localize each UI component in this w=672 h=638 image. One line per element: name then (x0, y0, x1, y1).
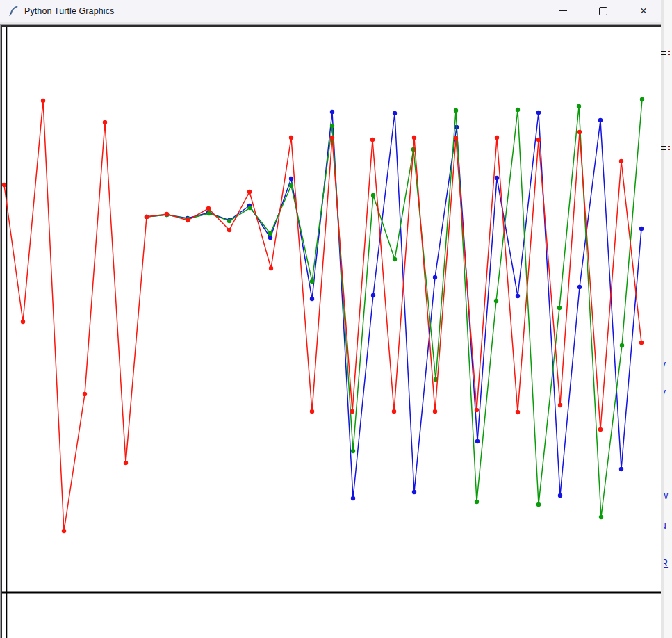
series-blue-dot (371, 293, 375, 297)
series-green-dot (289, 183, 293, 188)
chaos-plot (2, 27, 661, 638)
series-red-dot (558, 403, 562, 407)
turtle-graphics-window: Python Turtle Graphics × (0, 0, 661, 638)
series-green-dot (454, 108, 458, 113)
series-green-dot (268, 231, 272, 236)
series-red-dot (495, 136, 499, 140)
clipped-text-fragment: u (664, 520, 672, 532)
series-green-dot (557, 306, 562, 310)
series-red-dot (598, 427, 603, 432)
series-red-dot (41, 99, 45, 103)
series-red-dot (145, 215, 149, 219)
series-red-line (4, 101, 641, 531)
close-button[interactable]: × (628, 0, 659, 22)
series-green-dot (207, 211, 211, 215)
series-green-dot (536, 502, 541, 507)
series-red-dot (536, 138, 541, 142)
clipped-text-fragment: y (664, 386, 672, 399)
series-red-dot (577, 130, 582, 134)
series-blue-dot (536, 111, 541, 115)
series-red-dot (165, 212, 169, 216)
series-green-dot (620, 343, 624, 347)
series-red-dot (516, 410, 520, 414)
series-red-dot (619, 159, 623, 163)
minimize-button[interactable] (547, 0, 579, 22)
series-red-dot (412, 136, 416, 140)
series-red-dot (83, 392, 87, 396)
series-red-dot (639, 341, 644, 345)
series-red-dot (310, 409, 314, 414)
series-green-dot (577, 104, 581, 108)
series-blue-dot (598, 118, 603, 122)
series-red-dot (269, 266, 273, 270)
series-red-dot (475, 408, 479, 412)
series-red-dot (330, 136, 334, 140)
series-red-dot (227, 228, 231, 232)
series-red-dot (186, 218, 190, 222)
maximize-icon (599, 7, 607, 15)
series-green-dot (494, 299, 498, 303)
occluded-window-sliver: vywuR (661, 0, 672, 638)
series-red-dot (370, 138, 375, 142)
series-red-dot (454, 136, 458, 140)
series-green-dot (310, 279, 314, 284)
series-green-dot (330, 124, 334, 128)
series-green-dot (475, 500, 479, 504)
series-blue-dot (577, 285, 582, 289)
series-red-dot (21, 320, 25, 324)
series-green-dot (227, 219, 231, 223)
close-icon: × (640, 5, 647, 17)
series-green-dot (516, 108, 520, 112)
minimize-icon (559, 10, 567, 12)
series-red-dot (62, 529, 66, 533)
series-blue-dot (516, 294, 520, 298)
series-green-dot (640, 97, 644, 101)
series-green-dot (248, 206, 252, 210)
series-blue-dot (639, 227, 644, 231)
series-blue-dot (310, 297, 314, 301)
clipped-text-fragment: R (664, 557, 672, 570)
turtle-canvas[interactable] (1, 25, 662, 638)
python-feather-icon (8, 6, 19, 17)
series-blue-dot (412, 490, 416, 494)
series-red-dot (433, 409, 437, 414)
series-blue-dot (619, 467, 623, 471)
series-green-dot (599, 515, 603, 519)
series-red-dot (289, 136, 293, 140)
series-green-dot (351, 449, 355, 453)
titlebar[interactable]: Python Turtle Graphics × (0, 0, 661, 22)
series-red-dot (206, 206, 211, 211)
series-green-line (147, 99, 642, 517)
series-red-dot (124, 461, 128, 465)
series-red-dot (103, 120, 107, 124)
maximize-button[interactable] (587, 0, 619, 22)
series-blue-dot (351, 496, 355, 500)
series-blue-dot (475, 439, 480, 443)
series-blue-dot (393, 111, 397, 115)
series-blue-dot (289, 177, 293, 181)
clipped-text-mark (661, 146, 672, 153)
window-controls: × (547, 0, 660, 22)
series-red-dot (350, 409, 354, 414)
series-blue-dot (558, 493, 562, 498)
series-blue-dot (268, 236, 272, 240)
series-green-dot (371, 193, 375, 197)
series-green-dot (393, 257, 397, 261)
series-blue-dot (330, 110, 334, 114)
clipped-text-mark (661, 51, 672, 58)
series-red-dot (392, 409, 396, 414)
series-blue-dot (433, 275, 437, 279)
series-red-dot (247, 190, 252, 194)
clipped-text-fragment: v (664, 359, 672, 371)
window-title: Python Turtle Graphics (24, 6, 114, 16)
series-blue-dot (495, 176, 499, 180)
clipped-text-fragment: w (664, 490, 672, 502)
series-red-dot (2, 183, 6, 187)
